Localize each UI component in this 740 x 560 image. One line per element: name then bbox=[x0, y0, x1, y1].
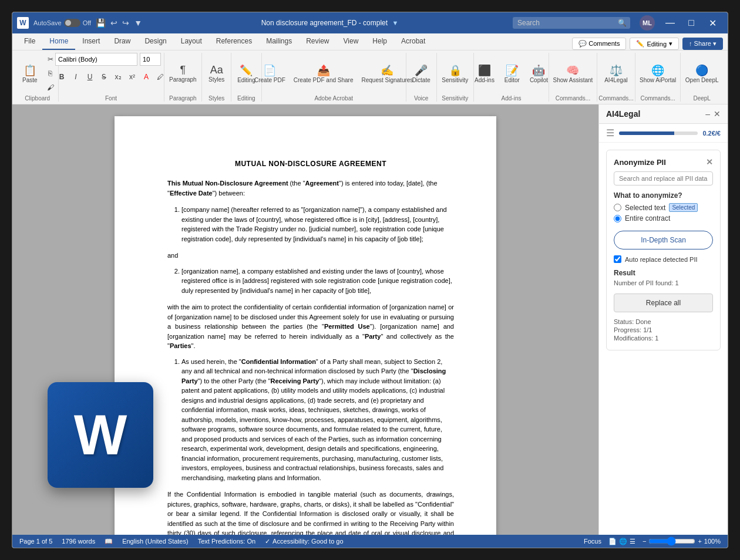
tab-view[interactable]: View bbox=[337, 33, 366, 50]
anonymize-close-button[interactable]: ✕ bbox=[706, 157, 713, 167]
doc-section1: As used herein, the "Confidential Inform… bbox=[181, 357, 454, 483]
ribbon-group-sensitivity: 🔒 Sensitivity Sensitivity bbox=[437, 53, 474, 102]
view-controls: 📄 🌐 ☰ bbox=[608, 538, 635, 545]
language-indicator[interactable]: English (United States) bbox=[122, 538, 189, 545]
selected-text-option: Selected text Selected bbox=[614, 203, 713, 212]
auto-replace-row: Auto replace detected PII bbox=[614, 255, 713, 263]
outline-view-icon[interactable]: ☰ bbox=[630, 538, 635, 545]
panel-body: Anonymize PII ✕ What to anonymize? Selec… bbox=[599, 143, 728, 535]
autosave-toggle[interactable] bbox=[64, 19, 80, 27]
tab-design[interactable]: Design bbox=[137, 33, 173, 50]
panel-collapse-button[interactable]: – bbox=[705, 109, 710, 119]
styles-button[interactable]: Aa Styles bbox=[205, 62, 228, 85]
undo-icon[interactable]: ↩ bbox=[110, 18, 117, 28]
tab-insert[interactable]: Insert bbox=[75, 33, 107, 50]
show-aiportal-button[interactable]: 🌐 Show AiPortal bbox=[636, 62, 680, 85]
show-assistant-button[interactable]: 🧠 Show Assistant bbox=[550, 62, 597, 85]
tab-draw[interactable]: Draw bbox=[107, 33, 137, 50]
zoom-in-icon[interactable]: + bbox=[698, 538, 701, 545]
in-depth-scan-button[interactable]: In-Depth Scan bbox=[614, 231, 713, 249]
what-to-anonymize-label: What to anonymize? bbox=[614, 191, 713, 200]
tab-file[interactable]: File bbox=[17, 33, 42, 50]
doc-intro: This Mutual Non-Disclosure Agreement (th… bbox=[167, 178, 454, 198]
customize-icon[interactable]: ▼ bbox=[134, 18, 142, 28]
auto-replace-label[interactable]: Auto replace detected PII bbox=[625, 256, 698, 263]
comments-button[interactable]: 💬 Comments bbox=[572, 38, 626, 50]
redo-icon[interactable]: ↪ bbox=[122, 18, 129, 28]
add-ins-button[interactable]: ⬛ Add-ins bbox=[471, 62, 498, 85]
copilot-button[interactable]: 🤖 Copilot bbox=[526, 62, 551, 85]
ribbon-group-font: B I U S̶ x₂ x² A 🖊 Font bbox=[59, 53, 164, 102]
close-button[interactable]: ✕ bbox=[702, 12, 723, 33]
anonymize-card: Anonymize PII ✕ What to anonymize? Selec… bbox=[606, 150, 721, 350]
entire-contract-radio[interactable] bbox=[614, 215, 621, 222]
tab-review[interactable]: Review bbox=[299, 33, 336, 50]
superscript-button[interactable]: x² bbox=[126, 70, 139, 83]
zoom-slider[interactable] bbox=[648, 537, 695, 546]
ai4legal-panel: AI4Legal – ✕ ☰ 0.2€/€ Anonymize PII ✕ bbox=[598, 104, 728, 535]
modifications-label: Modifications: 1 bbox=[614, 335, 713, 342]
panel-tasks-bar: ☰ 0.2€/€ bbox=[599, 124, 728, 143]
main-window: W AutoSave Off 💾 ↩ ↪ ▼ Non disclosure ag… bbox=[12, 12, 728, 548]
minimize-button[interactable]: — bbox=[660, 12, 681, 33]
save-icon[interactable]: 💾 bbox=[96, 18, 106, 28]
text-predictions: Text Predictions: On bbox=[198, 538, 255, 545]
editor-button[interactable]: 📝 Editor bbox=[500, 62, 524, 85]
ribbon-group-clipboard: 📋 Paste ✂ ⎘ 🖌 Clipboard bbox=[17, 53, 59, 102]
italic-button[interactable]: I bbox=[69, 70, 82, 83]
tab-help[interactable]: Help bbox=[365, 33, 394, 50]
share-button[interactable]: ↑ Share ▾ bbox=[682, 38, 723, 50]
underline-button[interactable]: U bbox=[83, 70, 96, 83]
titlebar-search-input[interactable] bbox=[513, 17, 630, 29]
tab-home[interactable]: Home bbox=[42, 33, 75, 50]
doc-parties-list: [company name] (hereafter referred to as… bbox=[181, 205, 454, 244]
panel-header: AI4Legal – ✕ bbox=[599, 104, 728, 124]
replace-all-button[interactable]: Replace all bbox=[614, 294, 713, 312]
panel-close-button[interactable]: ✕ bbox=[714, 109, 721, 119]
ribbon-group-styles: Aa Styles Styles bbox=[202, 53, 231, 102]
tab-layout[interactable]: Layout bbox=[174, 33, 209, 50]
web-layout-icon[interactable]: 🌐 bbox=[619, 538, 627, 545]
tab-references[interactable]: References bbox=[209, 33, 259, 50]
statusbar: Page 1 of 5 1796 words 📖 English (United… bbox=[12, 535, 728, 548]
create-pdf-button[interactable]: 📄 Create PDF bbox=[251, 62, 289, 85]
subscript-button[interactable]: x₂ bbox=[112, 70, 125, 83]
selected-text-label[interactable]: Selected text bbox=[625, 204, 665, 212]
strikethrough-button[interactable]: S̶ bbox=[97, 70, 110, 83]
ribbon-group-addins: ⬛ Add-ins 📝 Editor 🤖 Copilot Add-ins bbox=[474, 53, 549, 102]
create-share-pdf-button[interactable]: 📤 Create PDF and Share bbox=[290, 62, 357, 85]
bold-button[interactable]: B bbox=[55, 70, 68, 83]
read-mode-icon[interactable]: 📖 bbox=[105, 538, 113, 545]
sensitivity-button[interactable]: 🔒 Sensitivity bbox=[438, 62, 472, 85]
tab-mailings[interactable]: Mailings bbox=[259, 33, 299, 50]
tasks-icon: ☰ bbox=[606, 127, 614, 139]
user-avatar[interactable]: ML bbox=[640, 15, 655, 31]
deepl-button[interactable]: 🔵 Open DeepL bbox=[682, 62, 722, 85]
selected-text-radio[interactable] bbox=[614, 204, 621, 211]
paragraph-button[interactable]: ¶ Paragraph bbox=[166, 62, 200, 85]
titlebar-search-wrap: 🔍 bbox=[513, 17, 630, 29]
font-color-button[interactable]: A bbox=[140, 70, 153, 83]
editing-button[interactable]: ✏️ Editing ▾ bbox=[630, 38, 679, 50]
entire-contract-label[interactable]: Entire contract bbox=[625, 214, 670, 222]
font-name-input[interactable] bbox=[55, 53, 137, 66]
ribbon-group-paragraph: ¶ Paragraph Paragraph bbox=[164, 53, 203, 102]
document-title: MUTUAL NON-DISCLOSURE AGREEMENT bbox=[167, 158, 454, 169]
document-area[interactable]: MUTUAL NON-DISCLOSURE AGREEMENT This Mut… bbox=[12, 104, 598, 535]
anonymize-search-input[interactable] bbox=[614, 171, 713, 185]
ai4legal-button[interactable]: ⚖️ AI4Legal bbox=[601, 62, 631, 85]
print-layout-icon[interactable]: 📄 bbox=[608, 538, 617, 545]
word-icon-bg: W bbox=[48, 382, 153, 488]
result-label: Result bbox=[614, 269, 713, 277]
paste-button[interactable]: 📋 Paste bbox=[18, 62, 42, 85]
focus-button[interactable]: Focus bbox=[584, 538, 601, 545]
progress-label: Progress: 1/1 bbox=[614, 326, 713, 333]
doc-sections-list: As used herein, the "Confidential Inform… bbox=[181, 357, 454, 483]
zoom-out-icon[interactable]: − bbox=[643, 538, 646, 545]
titlebar: W AutoSave Off 💾 ↩ ↪ ▼ Non disclosure ag… bbox=[12, 12, 728, 33]
maximize-button[interactable]: □ bbox=[681, 12, 702, 33]
dictate-button[interactable]: 🎤 Dictate bbox=[409, 62, 434, 85]
tab-acrobat[interactable]: Acrobat bbox=[394, 33, 432, 50]
font-size-input[interactable] bbox=[140, 53, 161, 66]
auto-replace-checkbox[interactable] bbox=[614, 255, 621, 263]
